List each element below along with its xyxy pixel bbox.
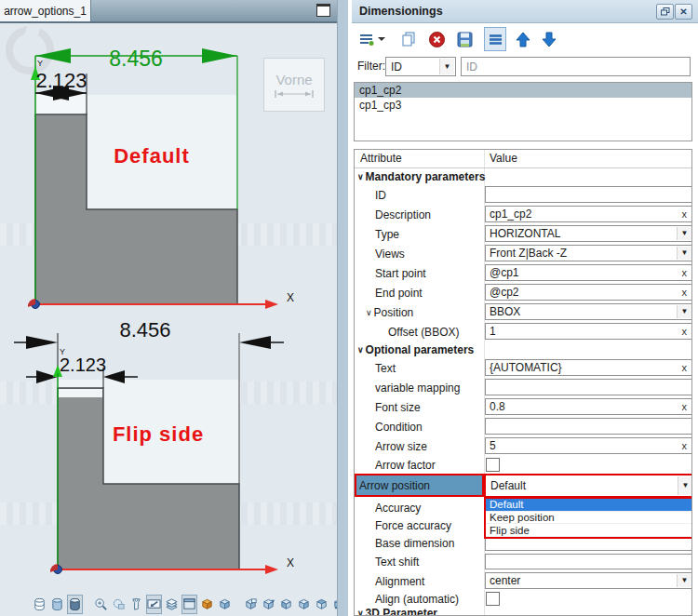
alignment-combo[interactable]: center▼ <box>485 572 692 589</box>
dimensionings-panel: Dimensionings ✕ Filter: ID ▼ cp1_ <box>352 0 698 616</box>
restore-window-icon[interactable] <box>656 4 674 20</box>
application-window: 8.456 2.123 Y Default X 8.456 2.123 Y Fl… <box>0 0 698 616</box>
view-orientation-label: Vorne <box>275 72 312 87</box>
offset-bbox-input[interactable]: 1x <box>485 323 692 340</box>
clear-field-icon[interactable]: x <box>682 440 688 451</box>
row-variable-mapping: variable mapping <box>355 378 691 397</box>
view-toolbar <box>0 592 337 616</box>
dropdown-arrow-icon[interactable]: ▼ <box>677 247 691 260</box>
viewport-window-icon[interactable] <box>181 595 197 614</box>
back-view-icon[interactable] <box>243 595 259 614</box>
dropdown-arrow-icon[interactable]: ▼ <box>677 574 691 587</box>
dropdown-option-keep-position[interactable]: Keep position <box>486 512 692 525</box>
section-mandatory-parameters[interactable]: ∨Mandatory parameters <box>355 168 691 185</box>
arrow-position-combo[interactable]: Default ▼ <box>484 474 692 498</box>
move-down-icon[interactable] <box>542 28 557 50</box>
list-view-icon[interactable] <box>484 27 506 51</box>
align-automatic-checkbox[interactable] <box>486 592 500 606</box>
tab-arrow-options-1[interactable]: arrow_options_1 <box>0 0 91 21</box>
row-description: Description cp1_cp2x <box>355 205 691 224</box>
row-id: ID <box>355 185 691 205</box>
clear-field-icon[interactable]: x <box>682 401 688 412</box>
panel-title: Dimensionings <box>359 5 443 18</box>
collapse-chevron-icon[interactable]: ∨ <box>366 308 372 317</box>
table-header: Attribute Value <box>355 150 691 168</box>
dropdown-option-default[interactable]: Default <box>486 499 692 512</box>
copy-icon[interactable] <box>400 28 417 50</box>
zoom-in-icon[interactable] <box>93 595 109 614</box>
fit-screen-icon[interactable] <box>146 595 162 614</box>
maximize-view-icon[interactable] <box>316 4 330 17</box>
menu-icon[interactable] <box>358 28 375 50</box>
row-font-size: Font size 0.8x <box>355 397 691 417</box>
font-size-input[interactable]: 0.8x <box>485 398 692 415</box>
top-view-icon[interactable] <box>314 595 329 614</box>
filter-field-select[interactable]: ID ▼ <box>385 57 456 76</box>
transparent-view-icon[interactable] <box>217 595 233 614</box>
solid-view-icon[interactable] <box>199 595 215 614</box>
dropdown-option-flip-side[interactable]: Flip side <box>486 524 692 537</box>
dropdown-arrow-icon[interactable]: ▼ <box>677 227 691 240</box>
menu-caret-icon[interactable] <box>378 28 385 50</box>
attribute-table: Attribute Value ∨Mandatory parameters ID… <box>354 149 692 616</box>
row-end-point: End point @cp2x <box>355 283 691 302</box>
dimension-value-2123-default: 2.123 <box>35 69 87 93</box>
right-view-icon[interactable] <box>296 595 312 614</box>
filter-field-value: ID <box>391 60 402 74</box>
cylinder-shaded-icon[interactable] <box>49 595 65 614</box>
views-combo[interactable]: Front Z|Back -Z▼ <box>485 245 692 261</box>
clear-field-icon[interactable]: x <box>682 362 688 373</box>
panel-toolbar <box>352 24 698 54</box>
collapse-chevron-icon[interactable]: ∨ <box>357 609 364 616</box>
y-axis-label: Y <box>37 59 43 68</box>
list-item-cp1-cp3[interactable]: cp1_cp3 <box>355 98 691 113</box>
section-3d-parameter[interactable]: ∨3D Parameter <box>355 607 691 616</box>
arrow-factor-checkbox[interactable] <box>486 458 500 472</box>
row-align-automatic: Align (automatic) <box>355 591 691 607</box>
left-view-icon[interactable] <box>278 595 294 614</box>
clear-field-icon[interactable]: x <box>682 267 688 278</box>
x-axis-label: X <box>287 556 294 569</box>
move-up-icon[interactable] <box>516 28 530 50</box>
type-combo[interactable]: HORIZONTAL▼ <box>485 225 692 242</box>
filter-query-input[interactable] <box>461 57 691 76</box>
dropdown-arrow-icon[interactable]: ▼ <box>439 59 454 74</box>
cylinder-outline-icon[interactable] <box>32 595 47 614</box>
zoom-selection-icon[interactable] <box>128 595 144 614</box>
y-axis-label: Y <box>60 347 65 356</box>
dimensioning-list: cp1_cp2 cp1_cp3 <box>354 82 692 141</box>
row-alignment: Alignment center▼ <box>355 571 691 591</box>
panel-title-bar: Dimensionings ✕ <box>352 0 698 23</box>
front-view-icon[interactable] <box>261 595 276 614</box>
row-arrow-size: Arrow size 5x <box>355 436 691 456</box>
condition-input[interactable] <box>485 418 692 435</box>
position-combo[interactable]: BBOX▼ <box>485 303 692 320</box>
tab-title: arrow_options_1 <box>4 5 87 18</box>
delete-icon[interactable] <box>429 28 445 50</box>
zoom-previous-icon[interactable] <box>111 595 127 614</box>
cylinder-dark-icon[interactable] <box>67 595 83 614</box>
dropdown-arrow-icon[interactable]: ▼ <box>677 305 691 318</box>
view-orientation-widget[interactable]: Vorne <box>263 58 325 112</box>
variable-mapping-input[interactable] <box>485 379 692 395</box>
collapse-chevron-icon[interactable]: ∨ <box>357 172 364 181</box>
text-shift-input[interactable] <box>485 554 692 569</box>
start-point-input[interactable]: @cp1x <box>485 264 692 281</box>
list-item-cp1-cp2[interactable]: cp1_cp2 <box>355 83 691 98</box>
save-icon[interactable] <box>457 28 473 50</box>
arrow-size-input[interactable]: 5x <box>485 437 692 454</box>
dropdown-arrow-icon[interactable]: ▼ <box>678 476 692 495</box>
drawing-canvas[interactable]: 8.456 2.123 Y Default X 8.456 2.123 Y Fl… <box>0 21 337 592</box>
text-input[interactable]: {AUTOMATIC}x <box>485 359 692 376</box>
clear-field-icon[interactable]: x <box>682 208 688 220</box>
render-modes-icon[interactable] <box>164 595 180 614</box>
row-views: Views Front Z|Back -Z▼ <box>355 244 691 263</box>
description-input[interactable]: cp1_cp2x <box>485 206 692 222</box>
clear-field-icon[interactable]: x <box>682 326 688 337</box>
clear-field-icon[interactable]: x <box>682 287 688 298</box>
end-point-input[interactable]: @cp2x <box>485 284 692 301</box>
id-input[interactable] <box>485 186 692 203</box>
collapse-chevron-icon[interactable]: ∨ <box>357 345 364 355</box>
section-optional-parameters[interactable]: ∨Optional parameters <box>355 341 691 358</box>
close-icon[interactable]: ✕ <box>675 4 692 20</box>
